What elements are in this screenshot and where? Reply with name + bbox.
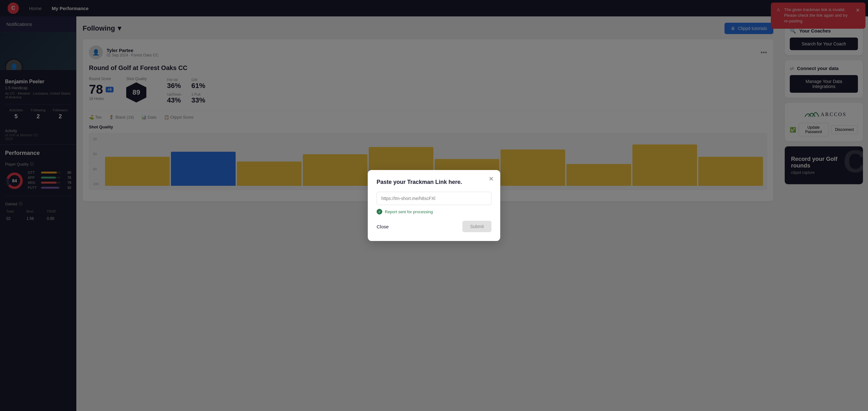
trackman-link-input[interactable] <box>377 192 491 205</box>
modal-close-x-button[interactable]: ✕ <box>489 175 494 183</box>
success-text: Report sent for processing <box>385 210 433 214</box>
modal-success-message: ✓ Report sent for processing <box>377 209 491 215</box>
modal-close-button[interactable]: Close <box>377 224 389 229</box>
modal-submit-button[interactable]: Submit <box>462 221 491 232</box>
success-checkmark-icon: ✓ <box>377 209 382 215</box>
modal-title: Paste your Trackman Link here. <box>377 179 491 186</box>
modal-actions: Close Submit <box>377 221 491 232</box>
trackman-modal: Paste your Trackman Link here. ✕ ✓ Repor… <box>368 170 500 241</box>
modal-overlay: Paste your Trackman Link here. ✕ ✓ Repor… <box>0 0 868 411</box>
